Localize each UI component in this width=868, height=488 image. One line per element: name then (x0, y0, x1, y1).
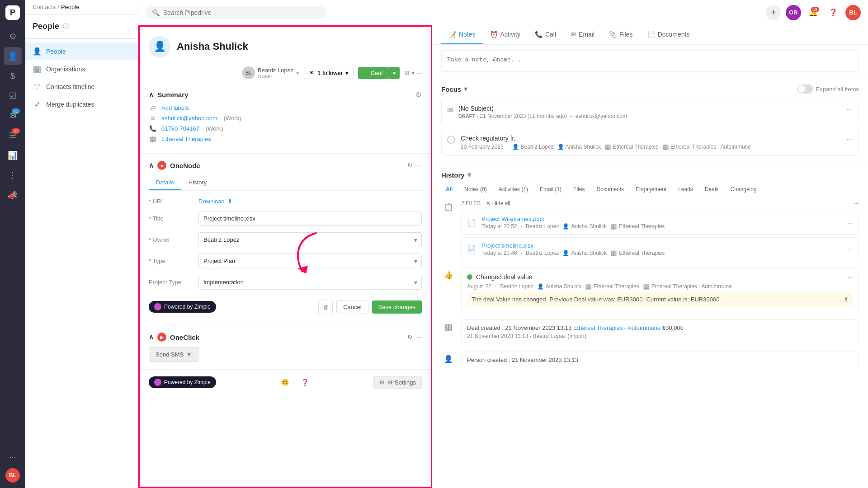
delete-button[interactable]: 🗑 (318, 300, 333, 314)
contact-company-link[interactable]: Ethereal Therapies (161, 136, 211, 142)
file-item-2[interactable]: 📄 Project timeline.xlsx Today at 20:46 ·… (461, 237, 859, 261)
sidebar-icon-contacts[interactable]: 👤 (4, 47, 22, 65)
sidebar-icon-reports[interactable]: 📊 (4, 146, 22, 164)
tab-documents[interactable]: 📄 Documents (640, 25, 697, 44)
filter-email[interactable]: Email (1) (535, 184, 566, 194)
sidebar-icon-mail[interactable]: ✉ 71 (4, 107, 22, 125)
file-more-icon-2[interactable]: ··· (848, 246, 853, 253)
user-avatar-sidebar[interactable]: BL (5, 468, 20, 483)
nav-item-people[interactable]: 👤 People (25, 42, 138, 60)
expand-toggle-switch[interactable] (797, 84, 813, 94)
sidebar-icon-activities[interactable]: ☑ (4, 87, 22, 105)
contact-phone-link[interactable]: 01780-704167 (161, 125, 199, 132)
expand-icon[interactable]: ⊻ (844, 296, 849, 303)
nav-item-merge[interactable]: ⤢ Merge duplicates (25, 95, 138, 113)
nav-item-organisations[interactable]: 🏢 Organisations (25, 60, 138, 78)
add-button[interactable]: + (766, 5, 781, 20)
sidebar-icon-more[interactable]: ··· (4, 448, 22, 466)
nav-item-contacts-timeline[interactable]: ♡ Contacts timeline (25, 78, 138, 95)
user-avatar-topbar[interactable]: BL (845, 5, 861, 20)
filter-engagement[interactable]: Engagement (631, 184, 671, 194)
filter-deals[interactable]: Deals (700, 184, 723, 194)
owner-chevron-icon[interactable]: ▾ (296, 70, 299, 76)
powered-by-bottom[interactable]: Powered by Zimple (149, 376, 216, 388)
filter-documents[interactable]: Documents (592, 184, 628, 194)
download-link[interactable]: Download ⬇ (198, 198, 422, 205)
activity-more-icon[interactable]: ··· (846, 135, 853, 150)
more-options-icon[interactable]: ··· (416, 69, 422, 76)
deal-changed-more-icon[interactable]: ··· (848, 273, 853, 281)
settings-button[interactable]: ⚙ ⚙ Settings (373, 376, 422, 389)
focus-chevron-icon[interactable]: ▾ (464, 85, 467, 93)
sidebar-icon-campaigns[interactable]: 📣 (4, 186, 22, 204)
history-chevron-icon[interactable]: ▾ (467, 171, 471, 179)
title-input[interactable] (198, 211, 422, 226)
filter-leads[interactable]: Leads (674, 184, 698, 194)
refresh-icon[interactable]: ↻ (407, 162, 413, 169)
deal-changed-icon: 👍 (441, 267, 456, 282)
chevron-up-oneclick-icon[interactable]: ∧ (149, 333, 154, 341)
search-bar[interactable]: 🔍 (146, 6, 326, 19)
files-more-icon[interactable]: ··· (854, 200, 859, 207)
filter-files[interactable]: Files (569, 184, 589, 194)
sidebar-icon-inbox[interactable]: ☰ 37 (4, 127, 22, 145)
more-options-onenode-icon[interactable]: ··· (416, 162, 422, 169)
save-button[interactable]: Save changes (372, 300, 422, 314)
filter-activities[interactable]: Activities (1) (494, 184, 533, 194)
focus-email-card[interactable]: ✉ (No Subject) DRAFT · 21 November 2023 … (441, 99, 859, 125)
activity-title: Check regulatory fr. (461, 135, 841, 142)
help-bottom-icon[interactable]: ❓ (297, 375, 312, 389)
filter-all[interactable]: All (441, 184, 457, 194)
cancel-button[interactable]: Cancel (336, 300, 368, 314)
notifications-avatar[interactable]: OR (786, 5, 801, 20)
summary-gear-icon[interactable]: ⚙ (415, 90, 422, 99)
powered-by-zimple[interactable]: Powered by Zimple (149, 301, 216, 313)
deal-created-meta: 21 November 2023 13:13 · Beatriz Lopez (… (467, 333, 853, 339)
tab-history[interactable]: History (181, 175, 214, 190)
chevron-up-icon[interactable]: ∧ (149, 91, 154, 99)
tab-call[interactable]: 📞 Call (528, 25, 563, 44)
send-sms-button[interactable]: Send SMS 💌 (149, 347, 199, 362)
search-input[interactable] (163, 9, 320, 16)
sidebar-icon-home[interactable]: ⊙ (4, 27, 22, 45)
tab-notes[interactable]: 📝 Notes (441, 25, 483, 44)
tab-email[interactable]: ✉ Email (563, 25, 602, 44)
grid-icon[interactable]: ⊞ (404, 69, 410, 76)
focus-activity-card[interactable]: Check regulatory fr. 20 February 2025 · … (441, 129, 859, 156)
tab-files[interactable]: 📎 Files (602, 25, 640, 44)
filter-notes[interactable]: Notes (0) (460, 184, 491, 194)
sidebar-icon-deals[interactable]: $ (4, 67, 22, 85)
follower-button[interactable]: 👁 1 follower ▾ (304, 67, 354, 79)
hide-all-button[interactable]: ✕ Hide all (486, 200, 510, 206)
owner-select[interactable]: Beatriz Lopez (198, 232, 422, 247)
person-created-icon: 👤 (441, 352, 456, 366)
refresh-oneclick-icon[interactable]: ↻ (407, 333, 413, 341)
more-options-oneclick-icon[interactable]: ··· (416, 333, 422, 341)
activity-checkbox[interactable] (447, 136, 455, 144)
bell-icon[interactable]: 🔔 18 (806, 5, 821, 20)
focus-section: Focus ▾ Expand all items ✉ (No Subject) (432, 79, 868, 165)
merge-icon: ⤢ (33, 100, 42, 108)
note-input[interactable] (441, 50, 859, 72)
view-chevron-icon[interactable]: ▾ (411, 69, 415, 76)
file-item-1[interactable]: 📄 Project Wireframes.pptx Today at 20:52… (461, 211, 859, 235)
filter-changelog[interactable]: Changelog (726, 184, 761, 194)
tab-details[interactable]: Details (149, 175, 181, 190)
email-more-icon[interactable]: ··· (846, 105, 853, 119)
contact-email-link[interactable]: ashulick@yahoo.com (161, 115, 217, 122)
deal-created-link[interactable]: Ethereal Therapies - Autoimmune (573, 324, 660, 331)
emoji-icon[interactable]: 😊 (278, 375, 292, 389)
tab-activity[interactable]: ⏰ Activity (483, 25, 528, 44)
deal-changed-card[interactable]: Changed deal value ··· August 22 · Beatr… (461, 267, 859, 312)
file-more-icon-1[interactable]: ··· (848, 219, 853, 226)
add-labels-link[interactable]: Add labels (161, 104, 189, 111)
project-type-select[interactable]: Implementation (198, 275, 422, 290)
help-icon[interactable]: ❓ (826, 5, 841, 20)
type-select[interactable]: Project Plan (198, 253, 422, 268)
breadcrumb-parent[interactable]: Contacts (33, 4, 56, 10)
deal-split-button[interactable]: ▾ (389, 67, 400, 79)
deal-button[interactable]: + Deal (358, 67, 389, 79)
chevron-up-onenode-icon[interactable]: ∧ (149, 161, 154, 169)
app-logo[interactable]: P (5, 5, 20, 20)
sidebar-icon-pipeline[interactable]: ⋮ (4, 166, 22, 184)
